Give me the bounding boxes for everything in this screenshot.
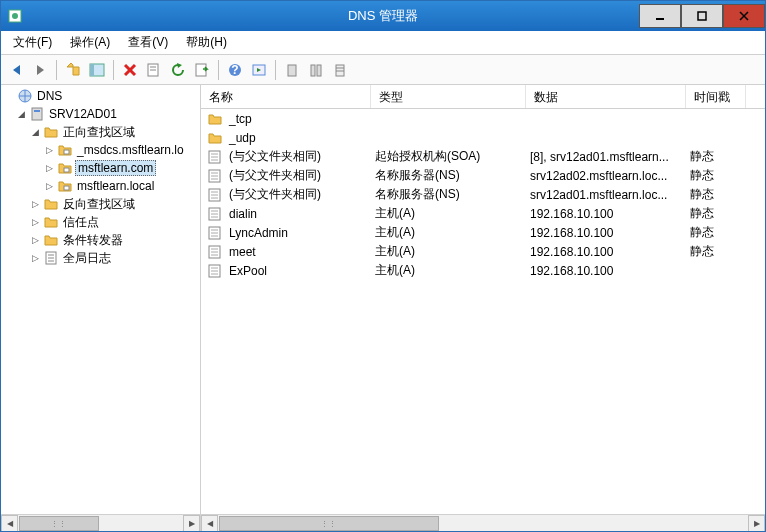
show-hide-tree-button[interactable] [86,59,108,81]
titlebar[interactable]: DNS 管理器 [1,1,765,31]
refresh-button[interactable] [167,59,189,81]
list-body[interactable]: _tcp_udp(与父文件夹相同)起始授权机构(SOA)[8], srv12ad… [201,109,765,514]
folder-icon [43,214,59,230]
cell-name: (与父文件夹相同) [201,147,371,166]
record-icon [207,263,223,279]
tree-zone-msdcs[interactable]: ▷ _msdcs.msftlearn.lo [1,141,200,159]
expander-closed-icon[interactable]: ▷ [29,234,41,246]
list-item[interactable]: (与父文件夹相同)名称服务器(NS)srv12ad02.msftlearn.lo… [201,166,765,185]
delete-button[interactable] [119,59,141,81]
list-item[interactable]: LyncAdmin主机(A)192.168.10.100静态 [201,223,765,242]
menu-action[interactable]: 操作(A) [62,32,118,53]
help-button[interactable]: ? [224,59,246,81]
expander-icon[interactable] [3,90,15,102]
cell-data: 192.168.10.100 [526,263,686,279]
tree-conditional-forwarders[interactable]: ▷ 条件转发器 [1,231,200,249]
expander-closed-icon[interactable]: ▷ [29,216,41,228]
tree-global-logs[interactable]: ▷ 全局日志 [1,249,200,267]
folder-icon [207,130,223,146]
expander-open-icon[interactable]: ◢ [29,126,41,138]
scroll-left-button[interactable]: ◀ [201,515,218,531]
cell-type: 起始授权机构(SOA) [371,147,526,166]
tree-zone-msftlearn-local[interactable]: ▷ msftlearn.local [1,177,200,195]
cell-type [371,118,526,120]
content-area: DNS ◢ SRV12AD01 ◢ 正向查找区域 ▷ _msdcs.msftle… [1,85,765,531]
scroll-right-button[interactable]: ▶ [183,515,200,531]
list-item[interactable]: (与父文件夹相同)名称服务器(NS)srv12ad01.msftlearn.lo… [201,185,765,204]
scroll-thumb[interactable]: ⋮⋮ [19,516,99,531]
record-icon [207,187,223,203]
tree-trust-points[interactable]: ▷ 信任点 [1,213,200,231]
scroll-thumb[interactable]: ⋮⋮ [219,516,439,531]
cell-data: 192.168.10.100 [526,206,686,222]
app-icon [7,8,23,24]
tree-reverse-zones[interactable]: ▷ 反向查找区域 [1,195,200,213]
column-header-timestamp[interactable]: 时间戳 [686,85,746,108]
zone-icon [57,178,73,194]
svg-text:?: ? [231,63,238,77]
menu-file[interactable]: 文件(F) [5,32,60,53]
svg-rect-17 [288,65,296,76]
svg-rect-24 [32,108,42,120]
expander-closed-icon[interactable]: ▷ [29,198,41,210]
expander-closed-icon[interactable]: ▷ [43,180,55,192]
minimize-button[interactable] [639,4,681,28]
list-item[interactable]: (与父文件夹相同)起始授权机构(SOA)[8], srv12ad01.msftl… [201,147,765,166]
toolbar-separator [56,60,57,80]
svg-rect-25 [34,110,40,112]
zone-icon [57,142,73,158]
cell-name: meet [201,243,371,261]
window-controls [639,5,765,28]
folder-icon [43,196,59,212]
list-horizontal-scrollbar[interactable]: ◀ ⋮⋮ ▶ [201,514,765,531]
cell-name: (与父文件夹相同) [201,166,371,185]
close-button[interactable] [723,4,765,28]
expander-closed-icon[interactable]: ▷ [43,144,55,156]
cell-type: 主机(A) [371,223,526,242]
column-header-name[interactable]: 名称 [201,85,371,108]
filter-button-1[interactable] [281,59,303,81]
list-item[interactable]: _udp [201,128,765,147]
svg-rect-3 [698,12,706,20]
up-button[interactable] [62,59,84,81]
expander-closed-icon[interactable]: ▷ [43,162,55,174]
back-button[interactable] [5,59,27,81]
toolbar-separator [218,60,219,80]
list-item[interactable]: dialin主机(A)192.168.10.100静态 [201,204,765,223]
maximize-button[interactable] [681,4,723,28]
scroll-track[interactable]: ⋮⋮ [218,515,748,531]
properties-button[interactable] [143,59,165,81]
list-item[interactable]: meet主机(A)192.168.10.100静态 [201,242,765,261]
server-icon [29,106,45,122]
expander-closed-icon[interactable]: ▷ [29,252,41,264]
tree-zone-msftlearn-com[interactable]: ▷ msftlearn.com [1,159,200,177]
list-item[interactable]: _tcp [201,109,765,128]
svg-rect-7 [90,64,94,76]
tree-forward-zones[interactable]: ◢ 正向查找区域 [1,123,200,141]
cell-timestamp [686,137,746,139]
menu-help[interactable]: 帮助(H) [178,32,235,53]
filter-button-2[interactable] [305,59,327,81]
tree-horizontal-scrollbar[interactable]: ◀ ⋮⋮ ▶ [1,514,200,531]
scroll-track[interactable]: ⋮⋮ [18,515,183,531]
tree-root-dns[interactable]: DNS [1,87,200,105]
tree-server[interactable]: ◢ SRV12AD01 [1,105,200,123]
record-icon [207,168,223,184]
export-button[interactable] [191,59,213,81]
column-header-data[interactable]: 数据 [526,85,686,108]
svg-rect-13 [196,64,206,76]
zone-icon [57,160,73,176]
filter-button-3[interactable] [329,59,351,81]
menu-view[interactable]: 查看(V) [120,32,176,53]
dns-manager-window: DNS 管理器 文件(F) 操作(A) 查看(V) 帮助(H) ? [0,0,766,532]
list-item[interactable]: ExPool主机(A)192.168.10.100 [201,261,765,280]
expander-open-icon[interactable]: ◢ [15,108,27,120]
column-header-type[interactable]: 类型 [371,85,526,108]
scroll-right-button[interactable]: ▶ [748,515,765,531]
forward-button[interactable] [29,59,51,81]
action-button[interactable] [248,59,270,81]
cell-name: _udp [201,129,371,147]
record-icon [207,149,223,165]
tree-view[interactable]: DNS ◢ SRV12AD01 ◢ 正向查找区域 ▷ _msdcs.msftle… [1,85,200,514]
scroll-left-button[interactable]: ◀ [1,515,18,531]
